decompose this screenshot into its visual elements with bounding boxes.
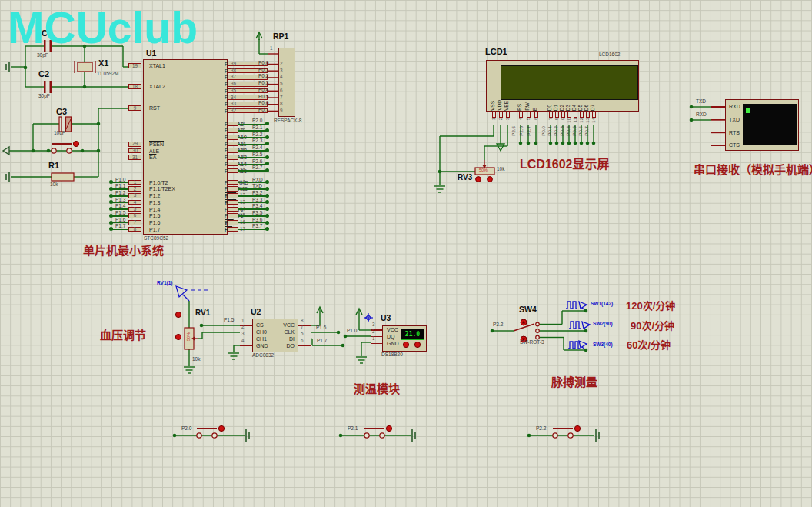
net-p1.0: P1.0 [347, 329, 357, 334]
net-p2.1: P2.1 [348, 426, 358, 432]
lcd-pin-column: E 6 P2.7 [532, 98, 540, 145]
u2-ref: U2 [251, 308, 261, 316]
rp1-pin1-number: 1 [270, 46, 273, 51]
rv1-probe-label: RV1(1) [157, 281, 172, 286]
net-p1.7: P1.7 [317, 339, 327, 344]
rv1-decrease-button[interactable] [175, 334, 181, 339]
pin-row: P3.5/T1 15 P3.5 [154, 212, 296, 219]
pin-row: P3.2/INT0 12 P3.2 [154, 192, 296, 199]
lcd-pin-column: VEE 3 [504, 98, 511, 145]
pulse2-label: SW2(90) [593, 322, 613, 327]
ground-terminal [412, 429, 415, 442]
power-terminal [356, 309, 362, 316]
lcd-ref: LCD1 [485, 48, 508, 56]
pin-row: P2.5/A13 26 P2.5 [154, 154, 296, 161]
ground-symbol [434, 186, 445, 192]
rate-60: 60次/分钟 [627, 340, 671, 350]
lcd-pin-column: RW 5 P2.6 [524, 98, 532, 145]
net-p1.5: P1.5 [224, 318, 234, 323]
sw4-ref: SW4 [519, 305, 537, 314]
rate-90: 90次/分钟 [631, 321, 674, 331]
rv1-increase-button[interactable] [175, 312, 181, 317]
rv3-wiper-percent: 50% [479, 168, 488, 173]
u2-right-pins: VCC 8 CLK 7 DI 5 DO 6 [261, 322, 315, 349]
rv1-value: 10k [192, 357, 200, 362]
capacitor-c2[interactable] [44, 81, 52, 93]
c2-ref: C2 [38, 70, 49, 78]
rp1-ref: RP1 [273, 32, 288, 41]
pulse-generator-icons [566, 302, 590, 350]
serial-cursor [746, 108, 750, 113]
caption-temp-module: 测温模块 [354, 383, 400, 395]
ground-terminal [6, 172, 9, 182]
rv3-decrease-button[interactable] [476, 177, 481, 182]
rv1-potentiometer[interactable] [175, 312, 198, 349]
ground-symbol [184, 367, 195, 373]
pin-row: P0.1/AD1 38 P0.1 3 [154, 68, 296, 75]
pulse1-label: SW1(142) [591, 302, 613, 307]
c3-value: 10uF [54, 131, 65, 136]
x1-value: 11.0592M [97, 72, 118, 77]
net-dot [265, 194, 269, 198]
rv1-wiper-percent: 50% [187, 332, 191, 341]
pulse3-label: SW3(40) [593, 342, 613, 348]
net-dot [265, 207, 269, 211]
u1-p0-pins: P0.0/AD0 39 P0.0 2 P0.1/AD1 38 P0.1 3 P0… [154, 61, 296, 115]
net-dot [265, 162, 269, 165]
pin-row: P3.3/INT1 13 P3.3 [154, 199, 296, 206]
temperature-display: 21.0 [401, 329, 424, 340]
net-dot [265, 187, 269, 191]
pin-row: P0.7/AD7 32 P0.7 9 [154, 108, 296, 115]
net-dot [265, 122, 269, 125]
pin-row: P0.3/AD3 36 P0.3 5 [154, 81, 296, 88]
lcd-pin-column: D7 14 P0.7 [590, 98, 597, 145]
pin-row: DO 6 [261, 342, 315, 349]
reset-button[interactable] [52, 141, 79, 153]
power-terminal [256, 32, 262, 40]
rv3-ref: RV3 [458, 174, 472, 182]
ground-terminal [596, 429, 599, 442]
key-button-p2.0[interactable] [197, 425, 225, 438]
pin-row: P3.6/WR 16 P3.6 [154, 219, 296, 226]
rate-120: 120次/分钟 [626, 301, 675, 311]
serial-screen [743, 104, 797, 145]
pin-row: P0.0/AD0 39 P0.0 2 [154, 61, 296, 68]
u1-p3-pins: P3.0/RXD 10 RXD P3.1/TXD 11 TXD P3.2/INT… [154, 179, 296, 233]
sw4-up-button[interactable] [521, 319, 527, 325]
crystal-x1[interactable] [75, 61, 95, 73]
u1-part: STC89C52 [144, 236, 168, 242]
rv3-increase-button[interactable] [488, 177, 493, 182]
key-button-p2.1[interactable] [364, 425, 392, 438]
net-dot [265, 214, 269, 218]
caption-serial: 串口接收（模拟手机端） [694, 164, 812, 175]
sw4-part: SW-ROT-3 [520, 340, 544, 345]
pin-row: P3.7/RD 17 P3.7 [154, 226, 296, 233]
net-dot [265, 155, 269, 159]
pin-row: 1 GND [371, 340, 418, 347]
x1-ref: X1 [98, 59, 108, 68]
mcuclub-logo: MCUclub [8, 6, 198, 50]
pin-row: P2.6/A14 27 P2.6 [154, 161, 296, 168]
u3-ref: U3 [381, 314, 391, 322]
key-button-p2.2[interactable] [553, 425, 581, 438]
caption-pulse: 脉搏测量 [551, 376, 597, 388]
pin-row: P3.0/RXD 10 RXD [154, 179, 296, 186]
net-p2.2: P2.2 [536, 426, 546, 432]
c1-value: 30pF [37, 53, 48, 58]
net-dot [265, 221, 269, 225]
net-dot [265, 227, 269, 231]
pin-row: P2.3/A11 24 P2.3 [154, 141, 296, 148]
net-p1.6: P1.6 [316, 325, 326, 331]
net-dot [265, 142, 269, 145]
u3-part: DS18B20 [381, 352, 403, 358]
power-terminal [317, 307, 323, 315]
caption-blood-pressure: 血压调节 [100, 329, 146, 341]
net-dot [265, 200, 269, 204]
c2-value: 30pF [38, 94, 50, 99]
ground-symbol [228, 353, 239, 359]
net-dot [265, 148, 269, 152]
pin-row: P2.4/A12 25 P2.4 [154, 148, 296, 155]
pin-row: P2.1/A9 22 P2.1 [154, 128, 296, 135]
resistor-r1[interactable] [52, 173, 74, 181]
serial-pin-stubs [711, 107, 725, 145]
